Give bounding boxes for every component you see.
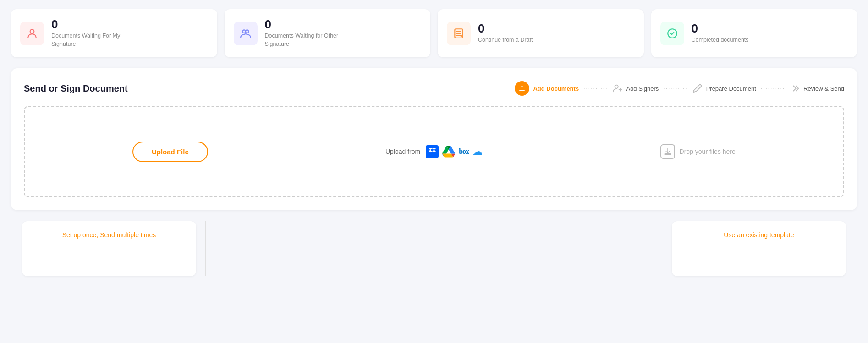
stat-card-waiting-other-signature[interactable]: 0 Documents Waiting for OtherSignature — [225, 9, 431, 57]
svg-point-6 — [615, 85, 618, 88]
prepare-document-icon — [692, 83, 703, 93]
google-drive-icon[interactable] — [442, 145, 455, 158]
draft-icon-bg — [447, 22, 471, 45]
upload-icon — [518, 85, 526, 92]
cloud-icons: box ☁ — [426, 145, 483, 158]
completed-icon-bg — [660, 22, 684, 45]
stat-card-draft[interactable]: 0 Continue from a Draft — [438, 9, 644, 57]
svg-point-0 — [30, 29, 34, 33]
svg-rect-7 — [665, 154, 671, 155]
stat-number-waiting-my-signature: 0 — [51, 18, 120, 30]
sign-header: Send or Sign Document Add Documents ····… — [24, 81, 844, 96]
stat-number-draft: 0 — [478, 22, 533, 34]
check-circle-icon — [666, 27, 678, 39]
upload-from-label: Upload from — [385, 148, 420, 155]
stat-number-completed: 0 — [692, 22, 749, 34]
stat-label-waiting-other-signature: Documents Waiting for OtherSignature — [265, 32, 339, 48]
stat-label-waiting-my-signature: Documents Waiting For MySignature — [51, 32, 120, 48]
stat-number-waiting-other-signature: 0 — [265, 18, 339, 30]
stat-info-draft: 0 Continue from a Draft — [478, 22, 533, 44]
review-send-icon — [790, 83, 800, 93]
step-label-review-send: Review & Send — [803, 85, 844, 92]
svg-rect-5 — [519, 90, 525, 91]
step-label-add-signers: Add Signers — [626, 85, 659, 92]
add-signers-icon — [612, 83, 622, 93]
steps-bar: Add Documents ·········· Add Signers ···… — [515, 81, 844, 96]
use-existing-template-label[interactable]: Use an existing template — [724, 231, 794, 239]
setup-once-card[interactable]: Set up once, Send multiple times — [22, 221, 196, 276]
stat-label-draft: Continue from a Draft — [478, 36, 533, 44]
upload-from-area: Upload from — [385, 145, 483, 158]
step-add-signers[interactable]: Add Signers — [612, 83, 659, 93]
draft-icon — [453, 27, 465, 39]
step-dots-1: ·········· — [583, 85, 608, 92]
group-icon — [240, 27, 252, 39]
stat-card-completed[interactable]: 0 Completed documents — [651, 9, 857, 57]
cloud-icon[interactable]: ☁ — [472, 146, 483, 158]
upload-zone[interactable]: Upload File Upload from — [24, 106, 844, 197]
step-label-prepare-document: Prepare Document — [706, 85, 756, 92]
box-icon[interactable]: box — [459, 147, 469, 156]
use-existing-template-card[interactable]: Use an existing template — [672, 221, 846, 276]
stat-info-waiting-my-signature: 0 Documents Waiting For MySignature — [51, 18, 120, 48]
dropbox-icon[interactable] — [426, 145, 439, 158]
drop-icon — [660, 144, 675, 159]
stat-label-completed: Completed documents — [692, 36, 749, 44]
step-icon-add-documents — [515, 81, 529, 96]
step-dots-2: ·········· — [663, 85, 687, 92]
waiting-my-signature-icon-bg — [20, 22, 44, 45]
stat-card-waiting-my-signature[interactable]: 0 Documents Waiting For MySignature — [11, 9, 217, 57]
stat-info-waiting-other-signature: 0 Documents Waiting for OtherSignature — [265, 18, 339, 48]
drop-label: Drop your files here — [680, 148, 736, 155]
sign-title: Send or Sign Document — [24, 83, 128, 94]
upload-file-area[interactable]: Upload File — [38, 142, 302, 162]
step-review-send[interactable]: Review & Send — [790, 83, 844, 93]
svg-point-2 — [246, 30, 249, 33]
step-label-add-documents: Add Documents — [533, 85, 579, 92]
download-icon — [664, 147, 672, 156]
step-prepare-document[interactable]: Prepare Document — [692, 83, 756, 93]
step-dots-3: ·········· — [761, 85, 785, 92]
drop-zone-area: Drop your files here — [660, 144, 736, 159]
sign-section: Send or Sign Document Add Documents ····… — [11, 68, 857, 210]
stat-info-completed: 0 Completed documents — [692, 22, 749, 44]
waiting-other-signature-icon-bg — [234, 22, 258, 45]
person-icon — [26, 27, 38, 39]
upload-file-button[interactable]: Upload File — [132, 142, 208, 162]
bottom-divider — [205, 221, 206, 276]
step-add-documents[interactable]: Add Documents — [515, 81, 579, 96]
stats-row: 0 Documents Waiting For MySignature 0 Do… — [11, 9, 857, 57]
bottom-row: Set up once, Send multiple times Use an … — [11, 221, 857, 276]
setup-once-label[interactable]: Set up once, Send multiple times — [62, 231, 156, 239]
